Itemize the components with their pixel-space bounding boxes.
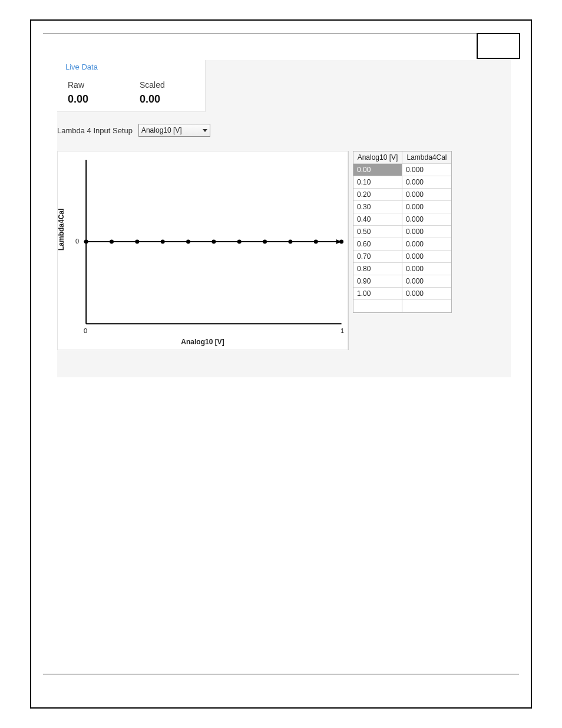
table-cell[interactable]: 0.000 <box>402 238 451 251</box>
table-cell[interactable]: 0.000 <box>402 164 451 176</box>
table-cell[interactable]: 0.20 <box>353 189 402 201</box>
svg-point-10 <box>211 240 216 244</box>
input-setup-row: Lambda 4 Input Setup Analog10 [V] <box>57 124 210 137</box>
table-row[interactable]: 0.500.000 <box>353 226 451 238</box>
chart-ytick: 0 <box>75 238 79 245</box>
table-header-cell: Lambda4Cal <box>402 151 451 164</box>
table-row[interactable]: 0.000.000 <box>353 164 451 176</box>
data-table[interactable]: Analog10 [V] Lambda4Cal 0.000.0000.100.0… <box>353 151 452 313</box>
scaled-value: 0.00 <box>140 93 160 106</box>
svg-point-5 <box>84 240 88 244</box>
table-cell[interactable]: 0.90 <box>353 275 402 288</box>
svg-point-9 <box>186 240 190 244</box>
chart-xtick: 1 <box>340 327 344 334</box>
chart-ylabel: Lambda4Cal <box>57 209 65 251</box>
page-frame: Live Data Raw 0.00 Scaled 0.00 Lambda 4 … <box>30 19 532 709</box>
table-row[interactable]: 0.400.000 <box>353 213 451 226</box>
svg-point-14 <box>314 240 318 244</box>
table-empty-row[interactable] <box>353 300 451 312</box>
chevron-down-icon <box>203 129 207 132</box>
table-header-row: Analog10 [V] Lambda4Cal <box>353 151 451 164</box>
table-cell[interactable]: 0.000 <box>402 189 451 201</box>
table-row[interactable]: 0.600.000 <box>353 238 451 251</box>
table-row[interactable]: 0.200.000 <box>353 189 451 201</box>
table-cell[interactable]: 0.000 <box>402 201 451 213</box>
raw-value: 0.00 <box>68 93 88 106</box>
table-row[interactable]: 0.800.000 <box>353 263 451 275</box>
table-row[interactable]: 0.900.000 <box>353 275 451 288</box>
live-data-panel: Live Data Raw 0.00 Scaled 0.00 <box>57 60 206 112</box>
svg-point-11 <box>237 240 242 244</box>
pane-divider <box>348 151 349 350</box>
svg-point-13 <box>288 240 292 244</box>
svg-point-15 <box>339 240 343 244</box>
chart-pane[interactable]: Lambda4Cal Analog10 [V] 0 0 1 <box>57 151 348 350</box>
svg-point-8 <box>161 240 165 244</box>
table-cell[interactable]: 0.000 <box>402 226 451 238</box>
table-header-cell: Analog10 [V] <box>353 151 402 164</box>
input-setup-label: Lambda 4 Input Setup <box>57 126 133 135</box>
table-cell[interactable] <box>353 300 402 312</box>
chart-xtick: 0 <box>84 327 87 334</box>
page-number-box <box>477 33 520 59</box>
table-row[interactable]: 0.300.000 <box>353 201 451 213</box>
dropdown-selected: Analog10 [V] <box>141 126 182 134</box>
raw-label: Raw <box>68 80 84 90</box>
table-row[interactable]: 0.700.000 <box>353 251 451 263</box>
chart-svg <box>58 151 348 350</box>
table-row[interactable]: 0.100.000 <box>353 176 451 189</box>
scaled-label: Scaled <box>140 80 165 90</box>
page-inner-frame: Live Data Raw 0.00 Scaled 0.00 Lambda 4 … <box>43 34 519 674</box>
table-cell[interactable]: 0.40 <box>353 213 402 226</box>
live-data-title: Live Data <box>65 62 98 71</box>
table-cell[interactable]: 0.30 <box>353 201 402 213</box>
table-cell[interactable]: 0.000 <box>402 251 451 263</box>
table-cell[interactable]: 0.60 <box>353 238 402 251</box>
svg-point-7 <box>135 240 139 244</box>
table-cell[interactable]: 0.70 <box>353 251 402 263</box>
table-cell[interactable]: 0.000 <box>402 176 451 189</box>
table-cell[interactable]: 0.80 <box>353 263 402 275</box>
table-cell[interactable]: 0.000 <box>402 263 451 275</box>
svg-point-12 <box>263 240 267 244</box>
table-cell[interactable]: 0.000 <box>402 275 451 288</box>
table-cell[interactable]: 0.10 <box>353 176 402 189</box>
input-setup-dropdown[interactable]: Analog10 [V] <box>138 124 210 137</box>
main-panel: Live Data Raw 0.00 Scaled 0.00 Lambda 4 … <box>57 60 511 377</box>
svg-point-6 <box>110 240 114 244</box>
table-cell[interactable]: 0.000 <box>402 213 451 226</box>
table-cell[interactable] <box>402 300 451 312</box>
table-cell[interactable]: 0.50 <box>353 226 402 238</box>
table-cell[interactable]: 1.00 <box>353 288 402 300</box>
table-cell[interactable]: 0.000 <box>402 288 451 300</box>
table-cell[interactable]: 0.00 <box>353 164 402 176</box>
chart-xlabel: Analog10 [V] <box>181 338 224 346</box>
table-row[interactable]: 1.000.000 <box>353 288 451 300</box>
